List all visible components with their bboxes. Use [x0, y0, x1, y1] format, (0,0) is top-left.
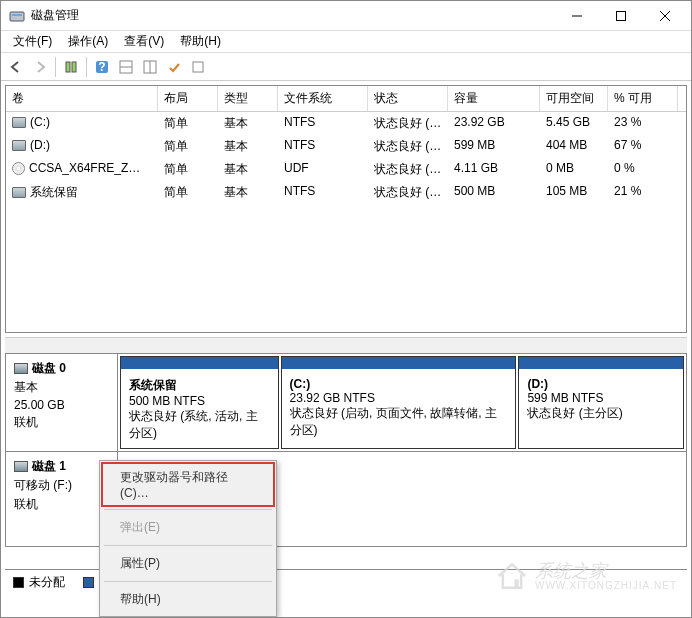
close-button[interactable] [643, 1, 687, 31]
svg-rect-1 [12, 14, 22, 16]
cd-icon [12, 162, 25, 175]
context-menu: 更改驱动器号和路径(C)… 弹出(E) 属性(P) 帮助(H) [99, 460, 277, 617]
volume-row[interactable]: 系统保留简单基本NTFS状态良好 (…500 MB105 MB21 % [6, 181, 686, 204]
menu-action[interactable]: 操作(A) [60, 31, 116, 52]
svg-rect-3 [617, 11, 626, 20]
partition[interactable]: (C:)23.92 GB NTFS状态良好 (启动, 页面文件, 故障转储, 主… [281, 356, 517, 449]
col-fs[interactable]: 文件系统 [278, 86, 368, 111]
col-status[interactable]: 状态 [368, 86, 448, 111]
svg-rect-14 [193, 62, 203, 72]
disk-icon [14, 461, 28, 472]
maximize-button[interactable] [599, 1, 643, 31]
legend-unallocated: 未分配 [13, 574, 65, 591]
col-free[interactable]: 可用空间 [540, 86, 608, 111]
toolbar-btn-5[interactable] [187, 56, 209, 78]
disk-partitions: 系统保留500 MB NTFS状态良好 (系统, 活动, 主分区)(C:)23.… [118, 354, 686, 451]
menubar: 文件(F) 操作(A) 查看(V) 帮助(H) [1, 31, 691, 53]
back-button[interactable] [5, 56, 27, 78]
volume-rows: (C:)简单基本NTFS状态良好 (…23.92 GB5.45 GB23 %(D… [6, 112, 686, 332]
disk-icon [14, 363, 28, 374]
partition[interactable]: (D:)599 MB NTFS状态良好 (主分区) [518, 356, 684, 449]
forward-button[interactable] [29, 56, 51, 78]
disk-label[interactable]: 磁盘 0基本25.00 GB联机 [6, 354, 118, 451]
volume-list: 卷 布局 类型 文件系统 状态 容量 可用空间 % 可用 (C:)简单基本NTF… [5, 85, 687, 333]
help-button[interactable]: ? [91, 56, 113, 78]
volume-row[interactable]: (C:)简单基本NTFS状态良好 (…23.92 GB5.45 GB23 % [6, 112, 686, 135]
col-capacity[interactable]: 容量 [448, 86, 540, 111]
menu-file[interactable]: 文件(F) [5, 31, 60, 52]
ctx-help[interactable]: 帮助(H) [102, 585, 274, 614]
volume-row[interactable]: CCSA_X64FRE_Z…简单基本UDF状态良好 (…4.11 GB0 MB0… [6, 158, 686, 181]
minimize-button[interactable] [555, 1, 599, 31]
col-pctfree[interactable]: % 可用 [608, 86, 678, 111]
svg-rect-0 [10, 12, 24, 21]
toolbar-btn-1[interactable] [60, 56, 82, 78]
drive-icon [12, 117, 26, 128]
menu-view[interactable]: 查看(V) [116, 31, 172, 52]
svg-rect-6 [66, 62, 70, 72]
col-layout[interactable]: 布局 [158, 86, 218, 111]
toolbar-btn-4[interactable] [163, 56, 185, 78]
volume-row[interactable]: (D:)简单基本NTFS状态良好 (…599 MB404 MB67 % [6, 135, 686, 158]
col-volume[interactable]: 卷 [6, 86, 158, 111]
menu-help[interactable]: 帮助(H) [172, 31, 229, 52]
titlebar: 磁盘管理 [1, 1, 691, 31]
ctx-eject: 弹出(E) [102, 513, 274, 542]
app-icon [9, 8, 25, 24]
partition[interactable]: 系统保留500 MB NTFS状态良好 (系统, 活动, 主分区) [120, 356, 279, 449]
drive-icon [12, 187, 26, 198]
col-type[interactable]: 类型 [218, 86, 278, 111]
ctx-change-drive-letter[interactable]: 更改驱动器号和路径(C)… [102, 463, 274, 506]
toolbar-btn-3[interactable] [139, 56, 161, 78]
svg-text:?: ? [98, 60, 105, 74]
window-title: 磁盘管理 [31, 7, 555, 24]
hscroll[interactable] [5, 337, 687, 353]
volume-list-header: 卷 布局 类型 文件系统 状态 容量 可用空间 % 可用 [6, 86, 686, 112]
drive-icon [12, 140, 26, 151]
toolbar: ? [1, 53, 691, 81]
toolbar-btn-2[interactable] [115, 56, 137, 78]
disk-row: 磁盘 0基本25.00 GB联机系统保留500 MB NTFS状态良好 (系统,… [5, 354, 687, 452]
svg-rect-7 [72, 62, 76, 72]
ctx-properties[interactable]: 属性(P) [102, 549, 274, 578]
